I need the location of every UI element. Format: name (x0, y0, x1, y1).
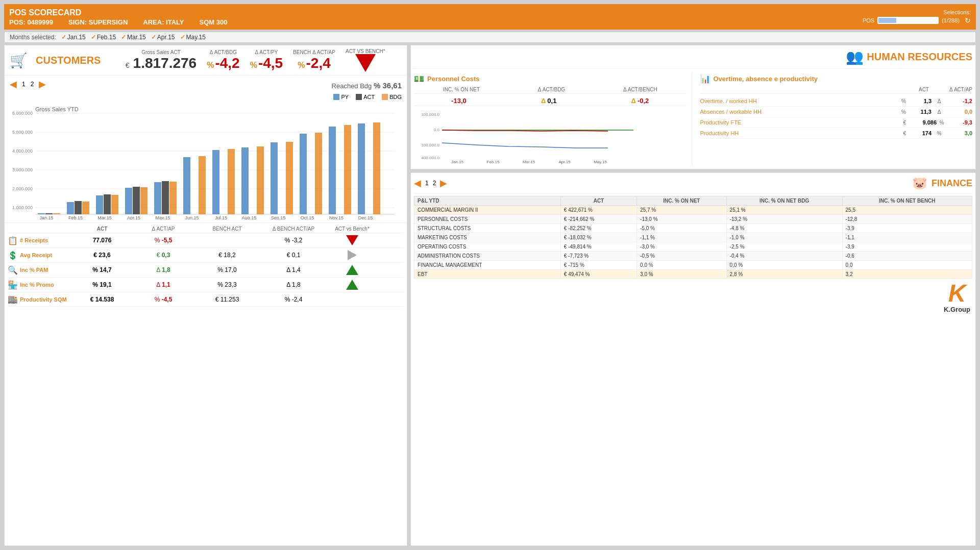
pos-count: (1/288) (942, 17, 960, 23)
reached-bdg: Reached Bdg % 36,61 (332, 81, 402, 90)
month-may[interactable]: ✓ May.15 (180, 34, 206, 41)
pos-filter-bar[interactable]: POS (1/288) ↻ (863, 16, 971, 24)
receipts-name: 📋 # Receipts (8, 236, 74, 245)
ot-row-1: Overtime. / worked HH % 1,3 Δ -1,2 (700, 96, 973, 107)
receipts-delta: % -5,5 (130, 237, 197, 244)
month-selector: Months selected: ✓ Jan.15 ✓ Feb.15 ✓ Mar… (4, 32, 976, 43)
row8-act: € 49,474 % (560, 270, 636, 279)
finance-row-7: FINANCIAL MANAGEMENT € -715 % 0,0 % 0,0 … (414, 261, 972, 270)
month-mar[interactable]: ✓ Mar.15 (121, 34, 146, 41)
row7-act: € -715 % (560, 261, 636, 270)
svg-rect-26 (140, 187, 148, 214)
month-jan[interactable]: ✓ Jan.15 (61, 34, 86, 41)
ot-act-4: 174 (906, 130, 932, 136)
month-feb[interactable]: ✓ Feb.15 (91, 34, 116, 41)
up-indicator-pam (346, 265, 358, 275)
receipts-label: # Receipts (20, 237, 48, 243)
customers-icon: 🛒 (10, 52, 28, 69)
delta-py-metric: Δ ACT/PY % -4,5 (250, 49, 283, 71)
personnel-kpi-headers: INC. % ON NET Δ ACT/BDG Δ ACT/BENCH (414, 86, 687, 94)
ot-delta-label-3: % (937, 120, 947, 126)
delta-bdg-symbol: Δ (541, 97, 546, 105)
receipts-bdelta: % -3,2 (258, 237, 329, 244)
svg-rect-31 (199, 156, 206, 214)
row2-bdg: -13,2 % (726, 215, 842, 224)
svg-text:Feb.15: Feb.15 (487, 160, 500, 164)
row3-bdg: -4,8 % (726, 224, 842, 233)
svg-rect-25 (133, 187, 140, 214)
avg-receipt-act: € 23,6 (74, 252, 130, 259)
inc-net-header: INC. % ON NET (443, 87, 480, 92)
row8-name: EBT (414, 270, 561, 279)
legend-py-label: PY (341, 94, 349, 100)
delta-py-label: Δ ACT/PY (255, 49, 278, 55)
finance-table: P&L YTD ACT INC. % ON NET INC. % ON NET … (414, 196, 972, 279)
filter-fill (878, 18, 896, 23)
receipts-act: 77.076 (74, 237, 130, 244)
svg-rect-20 (82, 202, 89, 214)
avg-receipt-indicator (329, 250, 375, 260)
svg-rect-24 (125, 188, 132, 214)
chart-next-btn[interactable]: ▶ (39, 79, 46, 90)
svg-text:Jul.15: Jul.15 (215, 215, 227, 219)
delta-py-pct: % (250, 61, 257, 70)
svg-text:5.000.000: 5.000.000 (12, 130, 33, 135)
delta-bdg-value: -4,2 (215, 55, 239, 71)
avg-receipt-label: Avg Receipt (20, 252, 52, 258)
col-bdelta-header: Δ BENCH ACT/AP (258, 226, 329, 232)
app-title: POS SCORECARD (9, 8, 227, 17)
finance-page-2[interactable]: 2 (433, 180, 436, 187)
legend-py: PY (333, 94, 349, 100)
delta-bench-header: Δ ACT/BENCH (623, 87, 657, 92)
pos-info: POS: 0489999 (9, 18, 53, 26)
ot-name-2: Absences / workable HH (700, 109, 886, 115)
svg-rect-29 (169, 182, 177, 214)
finance-prev-btn[interactable]: ◀ (414, 178, 421, 189)
col-bench-header: BENCH ACT (197, 226, 258, 232)
finance-row-4: MARKETING COSTS € -18,032 % -1,1 % -1,0 … (414, 233, 972, 242)
row7-inc: 0,0 % (637, 261, 726, 270)
ot-name-3: Productivity FTE (700, 119, 886, 126)
row4-name: MARKETING COSTS (414, 233, 561, 242)
finance-next-btn[interactable]: ▶ (440, 178, 447, 189)
act-vs-bench: ACT VS BENCH* (346, 48, 385, 72)
col-act: ACT (560, 196, 636, 206)
customers-header: 🛒 CUSTOMERS Gross Sales ACT € 1.817.276 … (5, 45, 407, 76)
bottom-table: ACT Δ ACT/AP BENCH ACT Δ BENCH ACT/AP AC… (5, 222, 407, 309)
month-apr[interactable]: ✓ Apr.15 (151, 34, 175, 41)
finance-page-1[interactable]: 1 (425, 180, 429, 187)
row6-bench: -0,6 (842, 252, 972, 261)
customers-title: CUSTOMERS (36, 55, 101, 66)
promo-act: % 19,1 (74, 281, 130, 288)
chart-prev-btn[interactable]: ◀ (10, 79, 17, 90)
row7-bdg: 0,0 % (726, 261, 842, 270)
bench-pct: % (298, 61, 305, 70)
logo-k-letter: K (948, 281, 966, 306)
chart-page-1[interactable]: 1 (22, 81, 26, 88)
finance-row-5: OPERATING COSTS € -49,814 % -3,0 % -2,5 … (414, 242, 972, 252)
svg-text:Mar.15: Mar.15 (97, 215, 112, 219)
chart-area: ◀ 1 2 ▶ Reached Bdg % 36,61 PY (5, 76, 407, 222)
ot-row-2: Absences / workable HH % 11,3 Δ 0,0 (700, 107, 973, 117)
hr-content: 💵 Personnel Costs INC. % ON NET Δ ACT/BD… (414, 72, 972, 166)
row2-act: € -214,662 % (560, 215, 636, 224)
receipt-icon: 📋 (8, 236, 18, 245)
refresh-icon[interactable]: ↻ (965, 16, 971, 24)
pam-label: Inc % PAM (20, 267, 48, 273)
svg-text:100.000.0: 100.000.0 (421, 112, 439, 117)
pam-act: % 14,7 (74, 266, 130, 273)
productivity-delta: % -4,5 (130, 296, 197, 303)
hr-title: HUMAN RESOURCES (867, 51, 972, 63)
selections-panel: Selections: POS (1/288) ↻ (863, 9, 971, 24)
row3-act: € -82,252 % (560, 224, 636, 233)
ot-delta-4: 3,0 (947, 130, 972, 136)
finance-row-3: STRUCTURAL COSTS € -82,252 % -5,0 % -4,8… (414, 224, 972, 233)
bench-label: BENCH Δ ACT/AP (293, 49, 335, 55)
svg-rect-39 (315, 133, 322, 214)
chart-page-2[interactable]: 2 (31, 81, 34, 88)
avg-receipt-bench: € 18,2 (197, 252, 258, 259)
svg-text:Sep.15: Sep.15 (271, 215, 286, 219)
svg-text:400.000.0: 400.000.0 (421, 156, 439, 160)
ot-delta-label-2: Δ (932, 109, 947, 115)
right-indicator (348, 250, 357, 260)
